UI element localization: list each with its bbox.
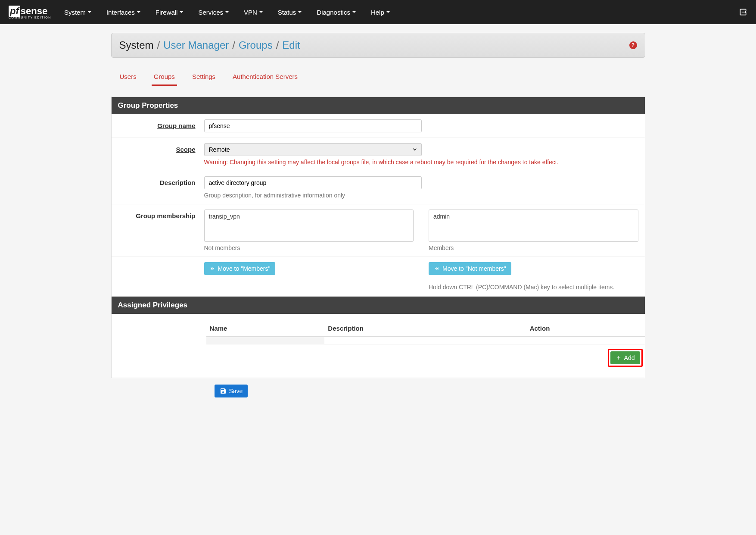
not-member-option[interactable]: transip_vpn (206, 212, 412, 221)
label-membership: Group membership (118, 210, 204, 219)
group-properties-panel: Group Properties Group name Scope Remote… (111, 97, 645, 296)
row-description: Description Group description, for admin… (112, 171, 645, 204)
assigned-privileges-heading: Assigned Privileges (112, 297, 645, 314)
assigned-privileges-panel: Assigned Privileges Name Description Act… (111, 296, 645, 378)
nav-firewall[interactable]: Firewall (156, 9, 184, 16)
select-scope[interactable]: Remote (204, 143, 422, 156)
col-name: Name (206, 320, 325, 337)
nav-interfaces[interactable]: Interfaces (106, 9, 140, 16)
row-membership: Group membership transip_vpn Not members… (112, 204, 645, 257)
tab-auth-servers[interactable]: Authentication Servers (230, 69, 300, 86)
caret-down-icon (259, 11, 263, 13)
help-icon[interactable]: ? (629, 41, 637, 49)
membership-help: Hold down CTRL (PC)/COMMAND (Mac) key to… (429, 284, 638, 291)
move-to-not-members-button[interactable]: Move to "Not members" (429, 262, 511, 275)
table-row (206, 337, 645, 344)
label-description: Description (118, 176, 204, 186)
caret-down-icon (386, 11, 390, 13)
not-members-list[interactable]: transip_vpn (204, 210, 414, 242)
caret-down-icon (298, 11, 302, 13)
row-move-buttons: Move to "Members" Move to "Not members" … (112, 257, 645, 296)
breadcrumb-user-manager[interactable]: User Manager (163, 39, 229, 51)
row-scope: Scope Remote Warning: Changing this sett… (112, 138, 645, 171)
logout-icon[interactable] (739, 8, 747, 16)
breadcrumb-panel: System / User Manager / Groups / Edit ? (111, 33, 645, 58)
group-properties-heading: Group Properties (112, 97, 645, 114)
caret-down-icon (180, 11, 183, 13)
not-members-label: Not members (204, 244, 414, 251)
save-icon (220, 388, 227, 394)
logo-subtitle: COMMUNITY EDITION (9, 16, 51, 19)
double-chevron-left-icon (434, 266, 440, 271)
privileges-table: Name Description Action (206, 320, 645, 344)
row-group-name: Group name (112, 114, 645, 138)
scope-warning: Warning: Changing this setting may affec… (204, 159, 638, 166)
top-navbar: pfsense COMMUNITY EDITION System Interfa… (0, 0, 756, 24)
label-group-name: Group name (118, 119, 204, 129)
logo[interactable]: pfsense COMMUNITY EDITION (9, 6, 51, 19)
input-group-name[interactable] (204, 119, 422, 132)
breadcrumb-root: System (119, 39, 154, 51)
input-description[interactable] (204, 176, 422, 189)
add-button[interactable]: Add (610, 351, 640, 364)
tab-settings[interactable]: Settings (190, 69, 218, 86)
member-option[interactable]: admin (431, 212, 636, 221)
label-scope: Scope (118, 143, 204, 153)
plus-icon (616, 355, 622, 361)
members-label: Members (429, 244, 638, 251)
nav-help[interactable]: Help (371, 9, 390, 16)
breadcrumb: System / User Manager / Groups / Edit (119, 39, 300, 51)
breadcrumb-edit[interactable]: Edit (282, 39, 300, 51)
caret-down-icon (352, 11, 356, 13)
description-help: Group description, for administrative in… (204, 192, 638, 199)
add-highlight: Add (608, 349, 643, 367)
double-chevron-right-icon (209, 266, 215, 271)
members-list[interactable]: admin (429, 210, 638, 242)
tabs: Users Groups Settings Authentication Ser… (111, 69, 645, 86)
caret-down-icon (225, 11, 229, 13)
tab-users[interactable]: Users (118, 69, 139, 86)
nav-services[interactable]: Services (198, 9, 229, 16)
col-description: Description (324, 320, 526, 337)
logo-box: pf (9, 6, 20, 17)
nav-vpn[interactable]: VPN (244, 9, 263, 16)
nav-system[interactable]: System (64, 9, 91, 16)
caret-down-icon (137, 11, 140, 13)
col-action: Action (526, 320, 645, 337)
nav-diagnostics[interactable]: Diagnostics (317, 9, 356, 16)
save-button[interactable]: Save (215, 385, 248, 397)
logo-text: sense (21, 6, 47, 17)
move-to-members-button[interactable]: Move to "Members" (204, 262, 276, 275)
tab-groups[interactable]: Groups (152, 69, 177, 86)
caret-down-icon (88, 11, 91, 13)
nav-items: System Interfaces Firewall Services VPN … (64, 9, 739, 16)
nav-status[interactable]: Status (278, 9, 302, 16)
breadcrumb-groups[interactable]: Groups (239, 39, 273, 51)
